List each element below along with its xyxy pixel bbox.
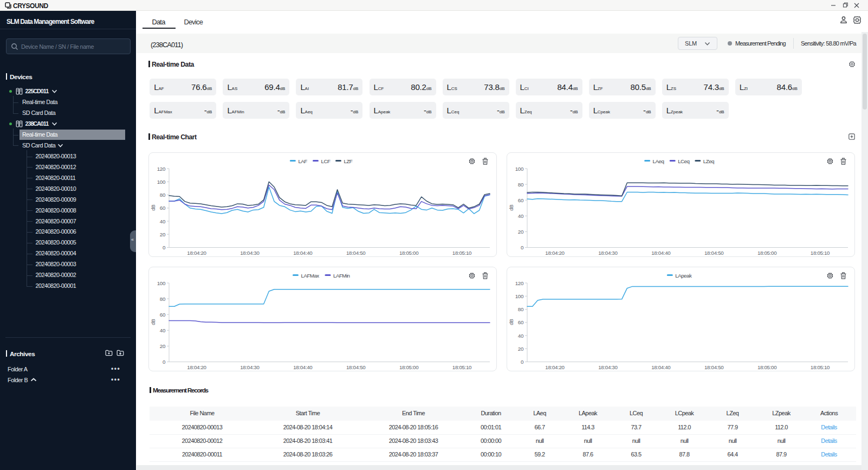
svg-text:100: 100 xyxy=(515,166,524,172)
svg-text:0: 0 xyxy=(521,244,524,250)
svg-text:dB: dB xyxy=(150,204,156,211)
svg-text:0: 0 xyxy=(521,359,524,365)
svg-text:60: 60 xyxy=(518,319,524,325)
svg-text:18:04:20: 18:04:20 xyxy=(187,250,206,256)
svg-text:80: 80 xyxy=(160,296,166,302)
svg-text:18:04:50: 18:04:50 xyxy=(704,364,724,370)
svg-text:LApeak: LApeak xyxy=(675,273,692,279)
svg-text:0: 0 xyxy=(163,359,166,365)
svg-text:20: 20 xyxy=(518,346,524,352)
svg-text:120: 120 xyxy=(515,280,524,286)
svg-text:LAF: LAF xyxy=(298,158,307,164)
svg-text:20: 20 xyxy=(160,231,166,237)
svg-text:18:04:40: 18:04:40 xyxy=(651,250,671,256)
svg-text:20: 20 xyxy=(518,229,524,235)
svg-text:20: 20 xyxy=(160,343,166,349)
svg-text:120: 120 xyxy=(157,166,166,172)
svg-text:LZeq: LZeq xyxy=(703,158,714,164)
svg-text:18:04:40: 18:04:40 xyxy=(293,250,313,256)
svg-text:18:05:10: 18:05:10 xyxy=(811,364,830,370)
svg-text:LAFMin: LAFMin xyxy=(333,273,350,279)
svg-text:100: 100 xyxy=(157,179,166,185)
svg-text:dB: dB xyxy=(508,319,514,325)
svg-text:18:05:10: 18:05:10 xyxy=(452,250,472,256)
svg-text:40: 40 xyxy=(518,333,524,339)
svg-text:18:04:30: 18:04:30 xyxy=(598,364,618,370)
svg-text:80: 80 xyxy=(518,306,524,312)
svg-text:18:04:50: 18:04:50 xyxy=(346,364,366,370)
svg-text:40: 40 xyxy=(518,213,524,219)
svg-text:LCeq: LCeq xyxy=(678,158,689,164)
svg-text:80: 80 xyxy=(160,192,166,198)
svg-text:60: 60 xyxy=(518,197,524,203)
svg-text:18:04:30: 18:04:30 xyxy=(240,250,260,256)
svg-text:18:05:00: 18:05:00 xyxy=(757,364,777,370)
svg-text:18:05:00: 18:05:00 xyxy=(399,250,419,256)
svg-text:18:04:20: 18:04:20 xyxy=(545,364,565,370)
svg-text:60: 60 xyxy=(160,312,166,318)
svg-text:18:04:20: 18:04:20 xyxy=(545,250,565,256)
svg-text:60: 60 xyxy=(160,205,166,211)
svg-text:18:04:20: 18:04:20 xyxy=(187,364,206,370)
svg-text:40: 40 xyxy=(160,327,166,333)
svg-text:18:05:10: 18:05:10 xyxy=(452,364,472,370)
svg-text:dB: dB xyxy=(150,319,156,325)
svg-text:LCF: LCF xyxy=(321,158,331,164)
svg-text:18:04:50: 18:04:50 xyxy=(704,250,724,256)
svg-text:18:04:50: 18:04:50 xyxy=(346,250,366,256)
svg-text:18:05:00: 18:05:00 xyxy=(757,250,777,256)
svg-text:dB: dB xyxy=(508,204,514,211)
svg-text:18:04:30: 18:04:30 xyxy=(240,364,260,370)
svg-text:100: 100 xyxy=(157,280,166,286)
svg-text:80: 80 xyxy=(518,182,524,188)
svg-text:18:04:40: 18:04:40 xyxy=(651,364,671,370)
svg-text:100: 100 xyxy=(515,293,524,299)
svg-text:18:05:00: 18:05:00 xyxy=(399,364,419,370)
svg-text:LAFMax: LAFMax xyxy=(301,273,320,279)
svg-text:18:04:30: 18:04:30 xyxy=(598,250,618,256)
svg-text:18:05:10: 18:05:10 xyxy=(811,250,830,256)
svg-text:LAeq: LAeq xyxy=(653,158,664,164)
svg-text:18:04:40: 18:04:40 xyxy=(293,364,313,370)
svg-text:40: 40 xyxy=(160,218,166,224)
svg-text:0: 0 xyxy=(163,244,166,250)
svg-text:LZF: LZF xyxy=(344,158,353,164)
